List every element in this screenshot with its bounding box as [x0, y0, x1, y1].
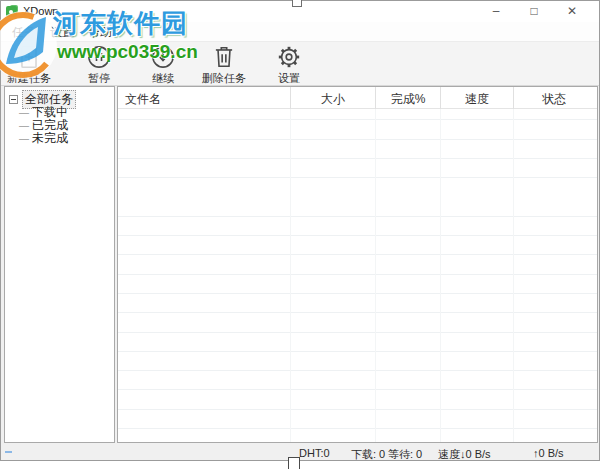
column-header-size[interactable]: 大小: [291, 91, 375, 108]
delete-task-button[interactable]: 删除任务: [192, 44, 256, 85]
status-waiting-count: 等待: 0: [388, 447, 422, 462]
toolbar: 新建任务 暂停 继: [1, 41, 599, 86]
status-download-speed: 速度↓0 B/s: [438, 447, 491, 462]
column-header-filename[interactable]: 文件名: [125, 91, 285, 108]
collapse-expander-icon[interactable]: [9, 95, 18, 104]
menu-bar: 任务 设置 帮助: [1, 22, 599, 41]
column-header-speed[interactable]: 速度: [441, 91, 513, 108]
column-divider: [513, 87, 514, 109]
close-button[interactable]: ✕: [553, 1, 591, 22]
tree-node-label: 未完成: [32, 130, 68, 147]
tree-node-incomplete[interactable]: — 未完成: [19, 130, 68, 147]
new-task-icon: [2, 44, 56, 70]
menu-item-tasks[interactable]: 任务: [5, 22, 43, 41]
window-title: XDown: [23, 5, 58, 17]
clipped-square-glyph-top: [292, 0, 302, 7]
tree-connector: —: [19, 133, 29, 144]
pause-label: 暂停: [71, 71, 127, 86]
column-header-percent[interactable]: 完成%: [376, 91, 440, 108]
pause-icon: [71, 44, 127, 70]
pause-button[interactable]: 暂停: [71, 44, 127, 85]
maximize-button[interactable]: □: [515, 1, 553, 22]
column-gridline: [290, 109, 291, 442]
delete-task-label: 删除任务: [192, 71, 256, 86]
task-list-body-empty[interactable]: [118, 109, 597, 442]
column-gridline: [375, 109, 376, 442]
menu-item-settings[interactable]: 设置: [43, 22, 81, 41]
task-list-header: 文件名 大小 完成% 速度 状态: [118, 87, 597, 109]
resume-label: 继续: [135, 71, 191, 86]
minimize-button[interactable]: –: [477, 1, 515, 22]
menu-item-help[interactable]: 帮助: [81, 22, 119, 41]
settings-button[interactable]: 设置: [261, 44, 317, 85]
column-divider: [440, 87, 441, 109]
task-list-panel: 文件名 大小 完成% 速度 状态: [117, 86, 598, 443]
page: XDown – □ ✕ 任务 设置 帮助 新建任务: [0, 0, 600, 469]
status-bar: DHT:0 下载: 0 等待: 0 速度↓0 B/s ↑0 B/s: [1, 444, 599, 461]
column-divider: [290, 87, 291, 109]
column-divider: [375, 87, 376, 109]
blue-dash-artifact: [5, 451, 12, 453]
status-dht: DHT:0: [299, 447, 330, 459]
status-upload-speed: ↑0 B/s: [533, 447, 564, 459]
resume-button[interactable]: 继续: [135, 44, 191, 85]
app-window: XDown – □ ✕ 任务 设置 帮助 新建任务: [0, 0, 600, 461]
status-downloading-count: 下载: 0: [351, 447, 385, 462]
task-tree-panel: 全部任务 — 下载中 — 已完成 — 未完成: [4, 86, 115, 443]
settings-gear-icon: [261, 44, 317, 70]
column-header-status[interactable]: 状态: [514, 91, 594, 108]
resume-icon: [135, 44, 191, 70]
clipped-square-glyph-bottom: [288, 457, 300, 469]
settings-label: 设置: [261, 71, 317, 86]
window-controls: – □ ✕: [477, 1, 591, 22]
new-task-button[interactable]: 新建任务: [2, 44, 56, 85]
app-logo-icon: [6, 5, 19, 18]
column-gridline: [440, 109, 441, 442]
delete-task-icon: [192, 44, 256, 70]
new-task-label: 新建任务: [2, 71, 56, 86]
column-gridline: [513, 109, 514, 442]
